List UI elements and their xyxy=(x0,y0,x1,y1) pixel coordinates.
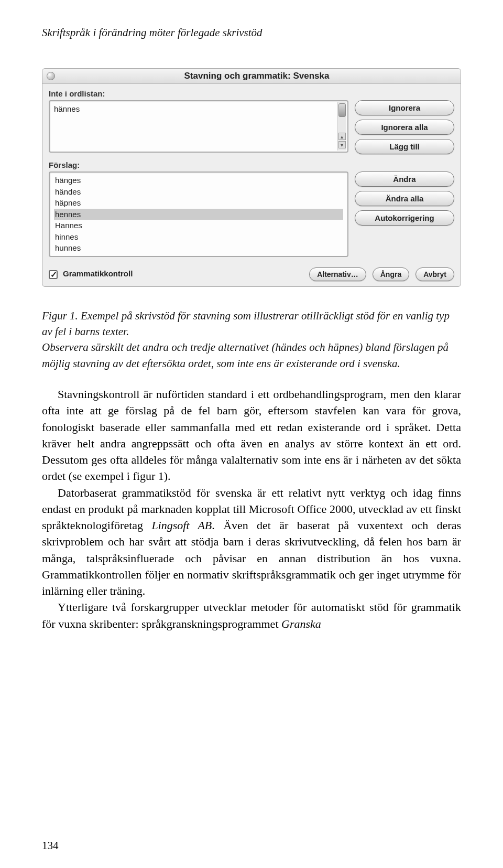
list-item[interactable]: häpnes xyxy=(54,197,343,209)
change-all-button[interactable]: Ändra alla xyxy=(355,191,454,206)
list-item[interactable]: hinnes xyxy=(54,231,343,243)
grammar-check-label: Grammatikkontroll xyxy=(63,269,133,278)
running-header: Skriftspråk i förändring möter förlegade… xyxy=(42,26,461,39)
list-item[interactable]: händes xyxy=(54,186,343,198)
misspelled-word: hännes xyxy=(54,104,80,113)
undo-button[interactable]: Ångra xyxy=(373,267,409,281)
list-item[interactable]: hennes xyxy=(54,209,343,220)
list-item[interactable]: hänges xyxy=(54,175,343,186)
suggestions-list[interactable]: hänges händes häpnes hennes Hannes hinne… xyxy=(49,172,348,257)
dialog-titlebar: Stavning och grammatik: Svenska xyxy=(42,69,461,84)
scroll-up-icon[interactable]: ▴ xyxy=(338,133,346,140)
body-text: Stavningskontroll är nuförtiden standard… xyxy=(42,386,461,632)
scroll-thumb-icon[interactable] xyxy=(338,103,346,117)
paragraph-3: Ytterligare två forskargrupper utvecklar… xyxy=(42,599,461,631)
paragraph-1: Stavningskontroll är nuförtiden standard… xyxy=(42,386,461,484)
options-button[interactable]: Alternativ… xyxy=(309,267,366,281)
spellcheck-dialog: Stavning och grammatik: Svenska Inte i o… xyxy=(42,68,461,287)
grammar-check-checkbox[interactable]: Grammatikkontroll xyxy=(49,269,133,279)
paragraph-2: Datorbaserat grammatikstöd för svenska ä… xyxy=(42,485,461,599)
autocorrect-button[interactable]: Autokorrigering xyxy=(355,210,454,226)
list-item[interactable]: Hannes xyxy=(54,220,343,231)
change-button[interactable]: Ändra xyxy=(355,172,454,187)
figure-caption-text: Exempel på skrivstöd för stavning som il… xyxy=(42,309,450,338)
scrollbar[interactable]: ▴ ▾ xyxy=(337,102,346,151)
figure-caption-note: Observera särskilt det andra och tredje … xyxy=(42,341,449,369)
ignore-button[interactable]: Ignorera xyxy=(355,100,454,115)
close-icon[interactable] xyxy=(47,72,55,80)
not-in-dictionary-field[interactable]: hännes ▴ ▾ xyxy=(49,100,348,153)
scroll-down-icon[interactable]: ▾ xyxy=(338,141,346,148)
figure-label: Figur 1. xyxy=(42,309,78,322)
ignore-all-button[interactable]: Ignorera alla xyxy=(355,120,454,135)
cancel-button[interactable]: Avbryt xyxy=(415,267,454,281)
page-number: 134 xyxy=(42,839,59,852)
checkbox-checked-icon xyxy=(49,270,58,279)
add-button[interactable]: Lägg till xyxy=(355,139,454,154)
dialog-title: Stavning och grammatik: Svenska xyxy=(57,71,456,81)
suggestions-label: Förslag: xyxy=(49,160,454,169)
figure-caption: Figur 1. Exempel på skrivstöd för stavni… xyxy=(42,308,461,372)
list-item[interactable]: hunnes xyxy=(54,242,343,254)
not-in-dictionary-label: Inte i ordlistan: xyxy=(49,89,454,98)
